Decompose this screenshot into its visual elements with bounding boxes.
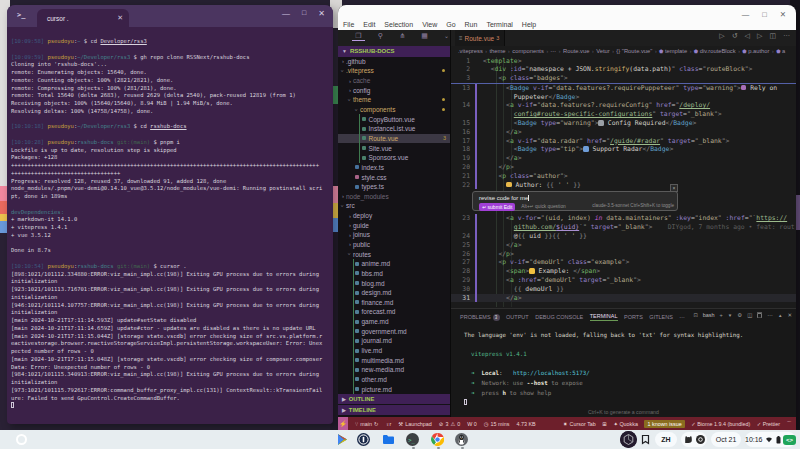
source-control-icon[interactable]: ⋔ [396, 32, 409, 41]
outline-section[interactable]: ▶ OUTLINE [338, 394, 450, 404]
nav-left-icon[interactable]: ◁ [745, 32, 750, 40]
breadcrumb-item[interactable]: components [512, 48, 544, 54]
tree-item-style-css[interactable]: style.css [338, 172, 450, 182]
status-item-3[interactable]: ⊘3⚠0 [439, 421, 460, 427]
nav-right-icon[interactable]: ▷ [757, 32, 762, 40]
tree-item-types-ts[interactable]: types.ts [338, 182, 450, 192]
menu-view[interactable]: View [422, 21, 437, 28]
launch-profile-icon[interactable]: ⚙ [737, 312, 742, 318]
breadcrumb-item[interactable]: {} "Route.vue" [616, 48, 652, 54]
status-item--biome-1-9-4-bundled-[interactable]: ✓ Biome 1.9.4 (bundled) [691, 421, 750, 427]
tree-item-multimedia-md[interactable]: multimedia.md [338, 355, 450, 365]
editor-maximize-button[interactable]: □ [762, 10, 767, 19]
tree-item-other-md[interactable]: other.md [338, 375, 450, 385]
tree-item-guide[interactable]: ›guide [338, 220, 450, 230]
tree-item-config[interactable]: ›config [338, 85, 450, 95]
menu-edit[interactable]: Edit [363, 21, 375, 28]
breadcrumb-item[interactable]: theme [489, 48, 505, 54]
tree-item-game-md[interactable]: game.md [338, 317, 450, 327]
ai-popup-close-icon[interactable]: × [670, 184, 678, 192]
breadcrumb-item[interactable]: ⬟div.routeBlock [694, 48, 736, 54]
editor-titlebar[interactable]: FileEditSelectionViewGoRunTerminalHelp —… [338, 5, 796, 30]
tree-item-new-media-md[interactable]: new-media.md [338, 365, 450, 375]
shelf-app-files[interactable] [382, 433, 396, 447]
status-item-w-0[interactable]: W 0 [467, 421, 477, 427]
status-item-bell[interactable]: ⌒ [787, 420, 792, 427]
explorer-icon[interactable]: ❐ [352, 32, 365, 41]
status-item-cursor-tab[interactable]: ✷Cursor Tab [563, 421, 596, 427]
shelf-app-play-store[interactable] [336, 433, 350, 447]
workspace-header[interactable]: ▼ RSSHUB-DOCS [338, 46, 450, 57]
tree-item-cache[interactable]: ›cache [338, 76, 450, 86]
date-indicator[interactable]: Oct 21 [711, 432, 741, 447]
terminal-tab-close-icon[interactable]: ✕ [117, 14, 123, 22]
terminal-minimize-button[interactable]: — [282, 9, 290, 18]
tree-item-node-modules[interactable]: ›node_modules [338, 191, 450, 201]
status-item-launchpad[interactable]: ⚒Launchpad [398, 421, 432, 427]
tree-item-finance-md[interactable]: finance.md [338, 298, 450, 308]
panel-tab-gitlens[interactable]: GITLENS [649, 314, 673, 320]
panel-tab-problems[interactable]: PROBLEMS3 [460, 314, 500, 321]
chevron-down-icon[interactable]: ⌄ [440, 32, 453, 41]
menu-terminal[interactable]: Terminal [486, 21, 512, 28]
breadcrumb-item[interactable]: ⬟template [659, 48, 687, 54]
menu-help[interactable]: Help [522, 21, 536, 28]
run-icon[interactable]: ▷ [719, 32, 724, 40]
menu-file[interactable]: File [343, 21, 354, 28]
status-item--quokka[interactable]: ✦ Quokka [613, 421, 638, 427]
breadcrumb[interactable]: .vitepress›theme›components›⋯›Route.vue›… [451, 46, 796, 57]
tree-item-bbs-md[interactable]: bbs.md [338, 269, 450, 279]
status-item-4-73-kb[interactable]: 4.73 KB [516, 421, 535, 427]
panel-tab-debug-console[interactable]: DEBUG CONSOLE [535, 314, 583, 320]
tree-item-components[interactable]: ›components [338, 105, 450, 115]
tree-item-copybutton-vue[interactable]: CopyButton.vue [338, 114, 450, 124]
tree-item-site-vue[interactable]: Site.vue [338, 143, 450, 153]
tree-item-theme[interactable]: ›theme [338, 95, 450, 105]
tree-item-routes[interactable]: ›routes [338, 249, 450, 259]
status-item--r[interactable]: ♀r [385, 421, 391, 427]
terminal-output[interactable]: [10:09:58] pseudoyu:~ $ cd Developer/rss… [11, 32, 329, 422]
tree-item-index-ts[interactable]: index.ts [338, 163, 450, 173]
split-terminal-icon[interactable]: ◫ [747, 312, 752, 318]
status-item-1-known-issue[interactable]: 1 known issue [644, 420, 684, 428]
cursor-app-icon[interactable] [620, 431, 637, 448]
kill-terminal-icon[interactable] [757, 312, 762, 318]
split-editor-icon[interactable]: ◫ [769, 32, 776, 40]
tree-item-public[interactable]: ›public [338, 240, 450, 250]
ai-inline-edit-popup[interactable]: revise code for me↵ submit EditAlt+↵ qui… [472, 191, 678, 211]
terminal-maximize-button[interactable]: □ [302, 9, 306, 18]
editor-minimize-button[interactable]: — [742, 10, 750, 19]
panel-tab-terminal[interactable]: TERMINAL [590, 313, 618, 322]
extensions-icon[interactable]: ▦ [418, 32, 431, 41]
breadcrumb-item[interactable]: ⬟p.author [742, 48, 769, 54]
status-item--prettier[interactable]: ✓ Prettier [757, 421, 780, 427]
terminal-close-button[interactable]: ✕ [318, 9, 325, 18]
terminal-titlebar[interactable]: >_ cursor . ✕ — □ ✕ [7, 5, 333, 27]
editor-close-button[interactable]: ✕ [780, 10, 786, 19]
status-item-grid[interactable]: ⊞ [602, 421, 607, 427]
menu-run[interactable]: Run [465, 21, 478, 28]
code-content[interactable]: 13 <Badge v-if="data.features?.requirePu… [451, 84, 796, 303]
notification-icon[interactable] [641, 434, 650, 445]
tree-item--github[interactable]: ›.github [338, 57, 450, 67]
tree-item-sponsors-vue[interactable]: Sponsors.vue [338, 153, 450, 163]
tree-item-anime-md[interactable]: anime.md [338, 259, 450, 269]
close-panel-icon[interactable]: ✕ [787, 312, 792, 318]
tree-item-journal-md[interactable]: journal.md [338, 336, 450, 346]
tree-item-deploy[interactable]: ›deploy [338, 211, 450, 221]
tree-item-design-md[interactable]: design.md [338, 288, 450, 298]
status-tray[interactable]: 10:16 <> [745, 432, 796, 447]
model-label[interactable]: claude-3.5-sonnet Ctrl+Shift+K to toggle [592, 204, 674, 209]
integrated-terminal[interactable]: The language 'env' is not loaded, fallin… [464, 331, 794, 408]
tree-item--vitepress[interactable]: ›.vitepress [338, 66, 450, 76]
tree-item-forecast-md[interactable]: forecast.md [338, 307, 450, 317]
more-actions-icon[interactable]: ⋯ [783, 32, 790, 40]
menu-go[interactable]: Go [446, 21, 455, 28]
shelf-app-terminal[interactable]: >_ [406, 433, 420, 447]
tree-item-joinus[interactable]: ›joinus [338, 230, 450, 240]
ime-indicator[interactable]: ZH [655, 432, 677, 447]
tree-item-picture-md[interactable]: picture.md [338, 384, 450, 394]
notification-tray[interactable] [681, 432, 707, 447]
tree-item-government-md[interactable]: government.md [338, 326, 450, 336]
launcher-button[interactable] [16, 434, 27, 445]
